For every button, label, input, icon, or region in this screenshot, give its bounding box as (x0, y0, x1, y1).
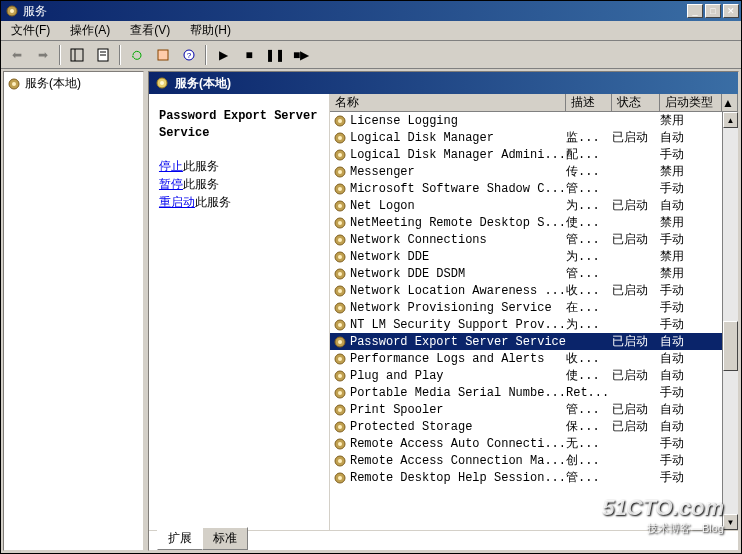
col-name[interactable]: 名称 (330, 94, 566, 112)
table-row[interactable]: NT LM Security Support Prov...为...手动 (330, 316, 722, 333)
svg-point-23 (338, 187, 342, 191)
svg-rect-7 (158, 50, 168, 60)
restart-link[interactable]: 重启动 (159, 196, 195, 210)
gear-icon (333, 335, 347, 349)
table-row[interactable]: Logical Disk Manager监...已启动自动 (330, 129, 722, 146)
maximize-button[interactable]: □ (705, 4, 721, 18)
tree-root[interactable]: 服务(本地) (7, 75, 140, 92)
table-row[interactable]: Network Connections管...已启动手动 (330, 231, 722, 248)
table-row[interactable]: Remote Access Auto Connecti...无...手动 (330, 435, 722, 452)
stop-link[interactable]: 停止 (159, 160, 183, 174)
cell-name: Protected Storage (350, 420, 566, 434)
gear-icon (333, 318, 347, 332)
start-service-button[interactable]: ▶ (211, 43, 235, 67)
svg-point-43 (338, 357, 342, 361)
svg-point-27 (338, 221, 342, 225)
table-row[interactable]: Net Logon为...已启动自动 (330, 197, 722, 214)
menu-action[interactable]: 操作(A) (64, 20, 116, 41)
gear-icon (333, 403, 347, 417)
table-row[interactable]: Network DDE为...禁用 (330, 248, 722, 265)
table-row[interactable]: Portable Media Serial Numbe...Ret...手动 (330, 384, 722, 401)
svg-point-11 (12, 82, 16, 86)
col-status[interactable]: 状态 (612, 94, 660, 112)
table-row[interactable]: Performance Logs and Alerts收...自动 (330, 350, 722, 367)
scroll-down-button[interactable]: ▼ (723, 514, 738, 530)
vertical-scrollbar[interactable]: ▲ ▼ (722, 112, 738, 530)
gear-icon (333, 420, 347, 434)
pause-service-button[interactable]: ❚❚ (263, 43, 287, 67)
table-row[interactable]: License Logging禁用 (330, 112, 722, 129)
svg-point-51 (338, 425, 342, 429)
cell-status: 已启动 (612, 333, 660, 350)
help-button[interactable]: ? (177, 43, 201, 67)
tree-root-label: 服务(本地) (25, 75, 81, 92)
cell-desc: Ret... (566, 386, 612, 400)
cell-startup: 手动 (660, 435, 722, 452)
cell-name: Logical Disk Manager Admini... (350, 148, 566, 162)
col-desc[interactable]: 描述 (566, 94, 612, 112)
cell-name: Remote Access Auto Connecti... (350, 437, 566, 451)
svg-point-1 (10, 9, 14, 13)
refresh-button[interactable] (125, 43, 149, 67)
table-row[interactable]: Network DDE DSDM管...禁用 (330, 265, 722, 282)
cell-startup: 自动 (660, 401, 722, 418)
cell-desc: 管... (566, 265, 612, 282)
menu-file[interactable]: 文件(F) (5, 20, 56, 41)
svg-point-49 (338, 408, 342, 412)
table-row[interactable]: Microsoft Software Shadow C...管...手动 (330, 180, 722, 197)
scroll-up-button[interactable]: ▲ (723, 112, 738, 128)
cell-name: Print Spooler (350, 403, 566, 417)
services-icon (5, 4, 19, 18)
cell-startup: 手动 (660, 146, 722, 163)
svg-point-47 (338, 391, 342, 395)
svg-point-25 (338, 204, 342, 208)
table-row[interactable]: Messenger传...禁用 (330, 163, 722, 180)
stop-service-button[interactable]: ■ (237, 43, 261, 67)
forward-button: ➡ (31, 43, 55, 67)
separator (59, 45, 61, 65)
cell-name: License Logging (350, 114, 566, 128)
table-row[interactable]: Password Export Server Service已启动自动 (330, 333, 722, 350)
export-button[interactable] (151, 43, 175, 67)
table-row[interactable]: Network Location Awareness ...收...已启动手动 (330, 282, 722, 299)
svg-rect-2 (71, 49, 83, 61)
menu-view[interactable]: 查看(V) (124, 20, 176, 41)
gear-icon (333, 454, 347, 468)
scroll-track[interactable] (723, 128, 738, 514)
restart-service-button[interactable]: ■▶ (289, 43, 313, 67)
cell-name: Network Provisioning Service (350, 301, 566, 315)
gear-icon (155, 76, 169, 90)
pause-link-row: 暂停此服务 (159, 176, 319, 194)
menu-help[interactable]: 帮助(H) (184, 20, 237, 41)
svg-point-29 (338, 238, 342, 242)
tab-standard[interactable]: 标准 (202, 527, 248, 550)
pause-link[interactable]: 暂停 (159, 178, 183, 192)
cell-name: Plug and Play (350, 369, 566, 383)
table-row[interactable]: Plug and Play使...已启动自动 (330, 367, 722, 384)
close-button[interactable]: ✕ (723, 4, 739, 18)
cell-desc: 在... (566, 299, 612, 316)
cell-status: 已启动 (612, 231, 660, 248)
cell-desc: 无... (566, 435, 612, 452)
col-startup[interactable]: 启动类型 (660, 94, 722, 112)
table-row[interactable]: Network Provisioning Service在...手动 (330, 299, 722, 316)
cell-desc: 监... (566, 129, 612, 146)
table-row[interactable]: Protected Storage保...已启动自动 (330, 418, 722, 435)
cell-startup: 自动 (660, 197, 722, 214)
scroll-thumb[interactable] (723, 321, 738, 371)
table-row[interactable]: NetMeeting Remote Desktop S...使...禁用 (330, 214, 722, 231)
cell-name: Portable Media Serial Numbe... (350, 386, 566, 400)
properties-button[interactable] (91, 43, 115, 67)
gear-icon (333, 216, 347, 230)
tree-button[interactable] (65, 43, 89, 67)
table-row[interactable]: Remote Access Connection Ma...创...手动 (330, 452, 722, 469)
cell-desc: 保... (566, 418, 612, 435)
gear-icon (333, 199, 347, 213)
table-row[interactable]: Logical Disk Manager Admini...配...手动 (330, 146, 722, 163)
minimize-button[interactable]: _ (687, 4, 703, 18)
tab-extended[interactable]: 扩展 (157, 527, 203, 550)
table-row[interactable]: Remote Desktop Help Session...管...手动 (330, 469, 722, 486)
gear-icon (333, 386, 347, 400)
separator (119, 45, 121, 65)
table-row[interactable]: Print Spooler管...已启动自动 (330, 401, 722, 418)
